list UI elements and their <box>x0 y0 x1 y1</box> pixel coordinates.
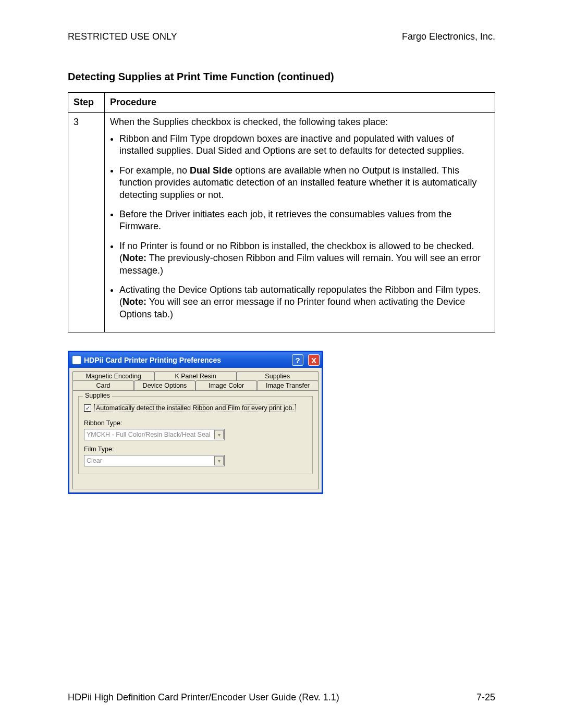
tab-image-transfer[interactable]: Image Transfer <box>257 380 319 390</box>
supplies-group: Supplies ✓ Automatically detect the inst… <box>78 396 313 474</box>
tab-device-options[interactable]: Device Options <box>134 380 195 390</box>
printer-icon <box>72 356 81 364</box>
bullet-3: Before the Driver initiates each job, it… <box>119 208 489 233</box>
bullet-5-bold: Note: <box>123 297 146 307</box>
bullet-5-post: You will see an error message if no Prin… <box>119 297 465 319</box>
tab-card[interactable]: Card <box>72 380 134 390</box>
ribbon-type-value: YMCKH - Full Color/Resin Black/Heat Seal <box>87 431 211 438</box>
supplies-pane: Supplies ✓ Automatically detect the inst… <box>72 390 319 489</box>
film-type-value: Clear <box>87 457 102 464</box>
bullet-2: For example, no Dual Side options are av… <box>119 165 489 201</box>
ribbon-type-dropdown[interactable]: YMCKH - Full Color/Resin Black/Heat Seal… <box>84 429 225 440</box>
help-button[interactable]: ? <box>292 354 303 366</box>
ribbon-type-label: Ribbon Type: <box>84 419 307 427</box>
section-title: Detecting Supplies at Print Time Functio… <box>68 71 495 83</box>
tab-magnetic-encoding[interactable]: Magnetic Encoding <box>72 371 154 381</box>
tab-supplies[interactable]: Supplies <box>237 371 319 381</box>
bullet-2-bold: Dual Side <box>190 165 232 176</box>
procedure-intro: When the Supplies checkbox is checked, t… <box>110 117 489 128</box>
chevron-down-icon: ▾ <box>214 456 224 465</box>
bullet-4: If no Printer is found or no Ribbon is i… <box>119 240 489 277</box>
auto-detect-label: Automatically detect the installed Ribbo… <box>94 404 296 412</box>
chevron-down-icon: ▾ <box>214 430 224 439</box>
auto-detect-checkbox[interactable]: ✓ <box>84 404 91 412</box>
col-step: Step <box>68 93 105 113</box>
tab-image-color[interactable]: Image Color <box>195 380 257 390</box>
step-number: 3 <box>68 113 105 332</box>
bullet-1: Ribbon and Film Type dropdown boxes are … <box>119 133 489 157</box>
bullet-2-pre: For example, no <box>119 165 190 176</box>
film-type-dropdown[interactable]: Clear ▾ <box>84 455 225 466</box>
bullet-4-post: The previously-chosen Ribbon and Film va… <box>119 253 481 275</box>
header-restricted: RESTRICTED USE ONLY <box>68 31 177 42</box>
footer-guide: HDPii High Definition Card Printer/Encod… <box>68 692 339 703</box>
preferences-dialog: HDPii Card Printer Printing Preferences … <box>68 351 323 494</box>
dialog-titlebar[interactable]: HDPii Card Printer Printing Preferences … <box>69 352 322 368</box>
film-type-label: Film Type: <box>84 446 307 453</box>
header-company: Fargo Electronics, Inc. <box>402 31 495 42</box>
dialog-title-text: HDPii Card Printer Printing Preferences <box>84 356 221 364</box>
procedure-body: When the Supplies checkbox is checked, t… <box>105 113 495 332</box>
close-button[interactable]: X <box>308 354 320 366</box>
supplies-group-title: Supplies <box>83 392 112 399</box>
footer-page: 7-25 <box>476 692 495 703</box>
tab-k-panel-resin[interactable]: K Panel Resin <box>154 371 236 381</box>
procedure-table: Step Procedure 3 When the Supplies check… <box>68 92 495 332</box>
col-procedure: Procedure <box>105 93 495 113</box>
bullet-5: Activating the Device Options tab automa… <box>119 284 489 320</box>
bullet-4-bold: Note: <box>123 253 146 263</box>
